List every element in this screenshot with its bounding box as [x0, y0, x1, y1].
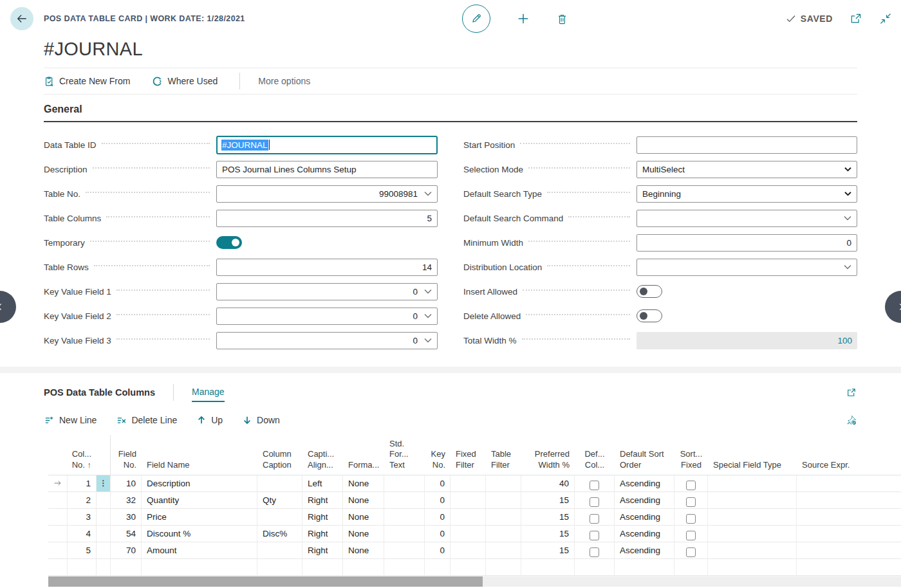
grid-cell-format[interactable]: None: [343, 509, 384, 526]
grid-cell-field-no[interactable]: [111, 559, 142, 576]
grid-cell-source-expr[interactable]: [797, 559, 901, 576]
grid-cell-key-no[interactable]: 0: [425, 542, 450, 559]
grid-cell-default-sort-order[interactable]: Ascending: [615, 542, 674, 559]
next-record-button[interactable]: [885, 291, 901, 323]
grid-cell-caption-align[interactable]: Right: [302, 526, 343, 542]
default-col-checkbox[interactable]: [590, 497, 599, 507]
grid-cell-key-no[interactable]: 0: [425, 526, 450, 542]
grid-cell-std-format-text[interactable]: [384, 559, 425, 576]
grid-header-format[interactable]: Forma...: [343, 435, 384, 475]
sort-fixed-checkbox[interactable]: [686, 514, 696, 524]
grid-cell-default-col[interactable]: [575, 475, 615, 492]
grid-cell-preferred-width[interactable]: 40: [521, 475, 575, 492]
grid-cell-format[interactable]: None: [343, 492, 384, 509]
grid-cell-preferred-width[interactable]: 15: [521, 509, 575, 526]
grid-cell-field-no[interactable]: 54: [111, 526, 142, 542]
default-col-checkbox[interactable]: [590, 514, 599, 524]
grid-header-fixed-filter[interactable]: Fixed Filter: [450, 435, 486, 475]
grid-cell-std-format-text[interactable]: [384, 475, 425, 492]
grid-cell-field-no[interactable]: 32: [111, 492, 142, 509]
grid-header-source-expr[interactable]: Source Expr.: [797, 435, 901, 475]
grid-cell-source-expr[interactable]: [797, 475, 901, 492]
grid-cell-default-sort-order[interactable]: Ascending: [615, 526, 674, 542]
minimum-width-input[interactable]: 0: [636, 234, 857, 252]
grid-cell-special-field-type[interactable]: [708, 542, 797, 559]
selection-mode-select[interactable]: MultiSelect: [636, 161, 857, 178]
key-value-field-2-lookup[interactable]: 0: [216, 308, 438, 325]
grid-cell-field-no[interactable]: 30: [111, 509, 142, 526]
grid-cell-sort-fixed[interactable]: [674, 492, 708, 509]
row-context-menu-icon[interactable]: ⋮: [100, 479, 107, 487]
grid-cell-table-filter[interactable]: [486, 526, 521, 542]
grid-cell-row-indicator[interactable]: [48, 526, 68, 542]
new-line-button[interactable]: New Line: [44, 415, 97, 426]
more-options-button[interactable]: More options: [258, 76, 310, 86]
previous-record-button[interactable]: [0, 291, 16, 323]
grid-cell-preferred-width[interactable]: 15: [521, 542, 575, 559]
data-table-id-input[interactable]: #JOURNAL: [216, 136, 438, 154]
grid-cell-column-caption[interactable]: Qty: [257, 492, 302, 509]
grid-cell-format[interactable]: [343, 559, 384, 576]
grid-header-std-format-text[interactable]: Std. For... Text: [384, 435, 425, 475]
grid-cell-table-filter[interactable]: [486, 509, 521, 526]
grid-cell-field-name[interactable]: Quantity: [142, 492, 257, 509]
default-search-command-combobox[interactable]: [636, 210, 857, 227]
grid-cell-default-sort-order[interactable]: Ascending: [615, 475, 674, 492]
general-heading[interactable]: General: [44, 104, 857, 122]
grid-cell-preferred-width[interactable]: [521, 559, 575, 576]
grid-cell-special-field-type[interactable]: [708, 559, 797, 576]
grid-cell-std-format-text[interactable]: [384, 492, 425, 509]
grid-cell-field-name[interactable]: [142, 559, 257, 576]
grid-cell-row-indicator[interactable]: [48, 559, 68, 576]
description-input[interactable]: [216, 161, 438, 178]
grid-cell-key-no[interactable]: [425, 559, 450, 576]
distribution-location-combobox[interactable]: [636, 259, 857, 276]
manage-tab[interactable]: Manage: [192, 387, 225, 402]
new-record-button[interactable]: [516, 12, 530, 26]
grid-cell-special-field-type[interactable]: [708, 492, 797, 509]
grid-cell-table-filter[interactable]: [486, 542, 521, 559]
grid-header-preferred-width[interactable]: Preferred Width %: [521, 435, 575, 475]
grid-cell-row-menu[interactable]: [97, 492, 111, 509]
grid-cell-sort-fixed[interactable]: [674, 526, 708, 542]
grid-cell-col-no[interactable]: 1: [68, 475, 97, 492]
open-in-new-window-button[interactable]: [850, 12, 862, 25]
grid-cell-default-col[interactable]: [575, 542, 615, 559]
grid-cell-row-menu[interactable]: ⋮: [97, 475, 111, 492]
default-col-checkbox[interactable]: [590, 531, 599, 540]
grid-cell-source-expr[interactable]: [797, 509, 901, 526]
temporary-toggle[interactable]: [216, 236, 242, 249]
grid-cell-column-caption[interactable]: [257, 475, 302, 492]
collapse-view-button[interactable]: [879, 12, 892, 25]
grid-cell-default-col[interactable]: [575, 509, 615, 526]
grid-cell-format[interactable]: None: [343, 475, 384, 492]
default-col-checkbox[interactable]: [590, 547, 599, 557]
grid-cell-row-menu[interactable]: [97, 509, 111, 526]
move-down-button[interactable]: Down: [242, 415, 280, 425]
grid-header-col-no[interactable]: Col... No. ↑: [68, 435, 97, 475]
grid-cell-column-caption[interactable]: [257, 542, 302, 559]
grid-header-column-caption[interactable]: Column Caption: [257, 435, 302, 475]
grid-cell-table-filter[interactable]: [486, 559, 521, 576]
scrollbar-thumb[interactable]: [48, 576, 483, 587]
grid-cell-fixed-filter[interactable]: [450, 509, 486, 526]
focus-mode-button[interactable]: [846, 387, 857, 398]
grid-cell-table-filter[interactable]: [486, 492, 521, 509]
grid-cell-special-field-type[interactable]: [708, 526, 797, 542]
grid-header-caption-align[interactable]: Capti... Align...: [302, 435, 343, 475]
grid-cell-row-indicator[interactable]: [48, 475, 68, 492]
grid-cell-fixed-filter[interactable]: [450, 492, 486, 509]
grid-cell-caption-align[interactable]: Right: [302, 492, 343, 509]
grid-header-key-no[interactable]: Key No.: [425, 435, 450, 475]
grid-cell-col-no[interactable]: 3: [68, 509, 97, 526]
grid-header-field-no[interactable]: Field No.: [111, 435, 142, 475]
delete-line-button[interactable]: Delete Line: [116, 415, 177, 426]
grid-cell-sort-fixed[interactable]: [674, 509, 708, 526]
sort-fixed-checkbox[interactable]: [686, 497, 696, 507]
grid-cell-std-format-text[interactable]: [384, 509, 425, 526]
grid-cell-key-no[interactable]: 0: [425, 475, 450, 492]
grid-cell-col-no[interactable]: [68, 559, 97, 576]
key-value-field-3-lookup[interactable]: 0: [216, 332, 438, 349]
grid-cell-col-no[interactable]: 5: [68, 542, 97, 559]
grid-header-table-filter[interactable]: Table Filter: [486, 435, 521, 475]
